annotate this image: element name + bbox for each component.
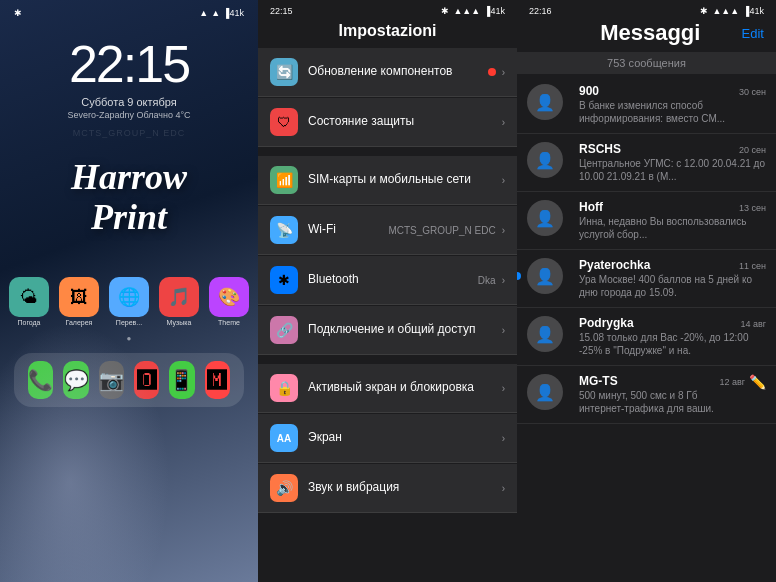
settings-title: Impostazioni (258, 16, 517, 48)
messages-title: Messaggi (600, 20, 700, 46)
message-action-icon[interactable]: ✏️ (749, 374, 766, 390)
message-item[interactable]: 👤 Pyaterochka 11 сен Ура Москве! 400 бал… (517, 250, 776, 308)
message-top: RSCHS 20 сен (579, 142, 766, 156)
lock-date: Суббота 9 октября (0, 96, 258, 108)
messages-count-bar: 753 сообщения (517, 52, 776, 74)
settings-item-bluetooth[interactable]: ✱ Bluetooth Dka › (258, 256, 517, 305)
dock-whatsapp[interactable]: 📱 (169, 361, 194, 399)
messages-edit-button[interactable]: Edit (742, 26, 764, 41)
settings-chevron-icon: › (502, 67, 505, 78)
message-list: 👤 900 30 сен В банке изменился способ ин… (517, 76, 776, 568)
settings-item-display[interactable]: AA Экран › (258, 414, 517, 463)
dock-mi[interactable]: 🅼 (205, 361, 230, 399)
lock-app-gallery[interactable]: 🖼 Галерея (59, 277, 99, 326)
lock-battery-icon: ▐41k (223, 8, 244, 18)
avatar: 👤 (527, 374, 563, 410)
settings-item-sim[interactable]: 📶 SIM-карты и мобильные сети › (258, 156, 517, 205)
lock-brand: Harrow Print (0, 158, 258, 237)
dock-camera[interactable]: 📷 (99, 361, 124, 399)
settings-protection-icon: 🛡 (270, 108, 298, 136)
settings-screenlock-icon: 🔒 (270, 374, 298, 402)
settings-item-wifi[interactable]: 📡 Wi-Fi MCTS_GROUP_N EDC › (258, 206, 517, 255)
settings-bluetooth-icon: ✱ (441, 6, 449, 16)
lock-app-translate[interactable]: 🌐 Перев... (109, 277, 149, 326)
lock-app-weather[interactable]: 🌤 Погода (9, 277, 49, 326)
message-top: 900 30 сен (579, 84, 766, 98)
message-avatar-wrapper: 👤 (527, 200, 571, 236)
avatar: 👤 (527, 200, 563, 236)
message-item[interactable]: 👤 Podrygka 14 авг 15.08 только для Вас -… (517, 308, 776, 366)
lock-status-bar: ✱ ▲ ▲ ▐41k (0, 0, 258, 18)
message-top: Pyaterochka 11 сен (579, 258, 766, 272)
messages-time: 22:16 (529, 6, 552, 16)
message-avatar-wrapper: 👤 (527, 258, 571, 294)
settings-separator (258, 148, 517, 156)
settings-chevron-icon: › (502, 483, 505, 494)
dock-phone[interactable]: 📞 (28, 361, 53, 399)
messages-header: Messaggi Edit (517, 16, 776, 52)
settings-updates-icon: 🔄 (270, 58, 298, 86)
dock-opera[interactable]: 🅾 (134, 361, 159, 399)
settings-chevron-icon: › (502, 325, 505, 336)
message-avatar-wrapper: 👤 (527, 374, 571, 410)
settings-chevron-icon: › (502, 275, 505, 286)
message-content: Podrygka 14 авг 15.08 только для Вас -20… (579, 316, 766, 357)
avatar: 👤 (527, 316, 563, 352)
settings-battery-icon: ▐41k (484, 6, 505, 16)
message-item[interactable]: 👤 900 30 сен В банке изменился способ ин… (517, 76, 776, 134)
settings-chevron-icon: › (502, 433, 505, 444)
lock-weather: Severo-Zapadny Облачно 4°C (0, 110, 258, 120)
messages-bluetooth-icon: ✱ (700, 6, 708, 16)
lock-page-dots: ● (0, 334, 258, 343)
lock-dock: 📞 💬 📷 🅾 📱 🅼 (14, 353, 244, 407)
message-avatar-wrapper: 👤 (527, 316, 571, 352)
lock-app-music[interactable]: 🎵 Музыка (159, 277, 199, 326)
message-top: Hoff 13 сен (579, 200, 766, 214)
messages-status-bar: 22:16 ✱ ▲▲▲ ▐41k (517, 0, 776, 16)
settings-wifi-icon: 📡 (270, 216, 298, 244)
lock-bluetooth-icon: ✱ (14, 8, 22, 18)
message-content: Hoff 13 сен Инна, недавно Вы воспользова… (579, 200, 766, 241)
message-content: MG-TS 12 авг 500 минут, 500 смс и 8 Гб и… (579, 374, 745, 415)
dock-messages[interactable]: 💬 (63, 361, 88, 399)
settings-item-screen-lock[interactable]: 🔒 Активный экран и блокировка › (258, 364, 517, 413)
settings-item-sound[interactable]: 🔊 Звук и вибрация › (258, 464, 517, 513)
message-item[interactable]: 👤 RSCHS 20 сен Центральное УГМС: с 12.00… (517, 134, 776, 192)
lock-wifi-icon: ▲ (211, 8, 220, 18)
settings-panel: 22:15 ✱ ▲▲▲ ▐41k Impostazioni 🔄 Обновлен… (258, 0, 517, 582)
message-item[interactable]: 👤 MG-TS 12 авг 500 минут, 500 смс и 8 Гб… (517, 366, 776, 424)
settings-item-connection[interactable]: 🔗 Подключение и общий доступ › (258, 306, 517, 355)
settings-separator (258, 356, 517, 364)
avatar: 👤 (527, 142, 563, 178)
message-content: 900 30 сен В банке изменился способ инфо… (579, 84, 766, 125)
settings-signal-icon: ▲▲▲ (453, 6, 480, 16)
settings-chevron-icon: › (502, 175, 505, 186)
settings-chevron-icon: › (502, 383, 505, 394)
settings-item-protection[interactable]: 🛡 Состояние защиты › (258, 98, 517, 147)
unread-dot (517, 272, 521, 280)
lock-screen: ✱ ▲ ▲ ▐41k 22:15 Суббота 9 октября Sever… (0, 0, 258, 582)
lock-watermark: MCTS_GROUP_N EDC (0, 128, 258, 138)
settings-chevron-icon: › (502, 117, 505, 128)
settings-sim-icon: 📶 (270, 166, 298, 194)
lock-signal-icon: ▲ (199, 8, 208, 18)
message-content: Pyaterochka 11 сен Ура Москве! 400 балло… (579, 258, 766, 299)
messages-signal-icon: ▲▲▲ (712, 6, 739, 16)
settings-chevron-icon: › (502, 225, 505, 236)
settings-item-updates[interactable]: 🔄 Обновление компонентов › (258, 48, 517, 97)
message-content: RSCHS 20 сен Центральное УГМС: с 12.00 2… (579, 142, 766, 183)
lock-apps-row: 🌤 Погода 🖼 Галерея 🌐 Перев... 🎵 Музыка 🎨… (0, 277, 258, 326)
settings-connection-icon: 🔗 (270, 316, 298, 344)
lock-app-theme[interactable]: 🎨 Theme (209, 277, 249, 326)
message-avatar-wrapper: 👤 (527, 142, 571, 178)
messages-battery-icon: ▐41k (743, 6, 764, 16)
settings-update-dot (488, 68, 496, 76)
lock-time: 22:15 (0, 38, 258, 90)
message-top: MG-TS 12 авг (579, 374, 745, 388)
settings-time: 22:15 (270, 6, 293, 16)
settings-display-icon: AA (270, 424, 298, 452)
message-avatar-wrapper: 👤 (527, 84, 571, 120)
message-item[interactable]: 👤 Hoff 13 сен Инна, недавно Вы воспользо… (517, 192, 776, 250)
settings-sound-icon: 🔊 (270, 474, 298, 502)
avatar: 👤 (527, 84, 563, 120)
